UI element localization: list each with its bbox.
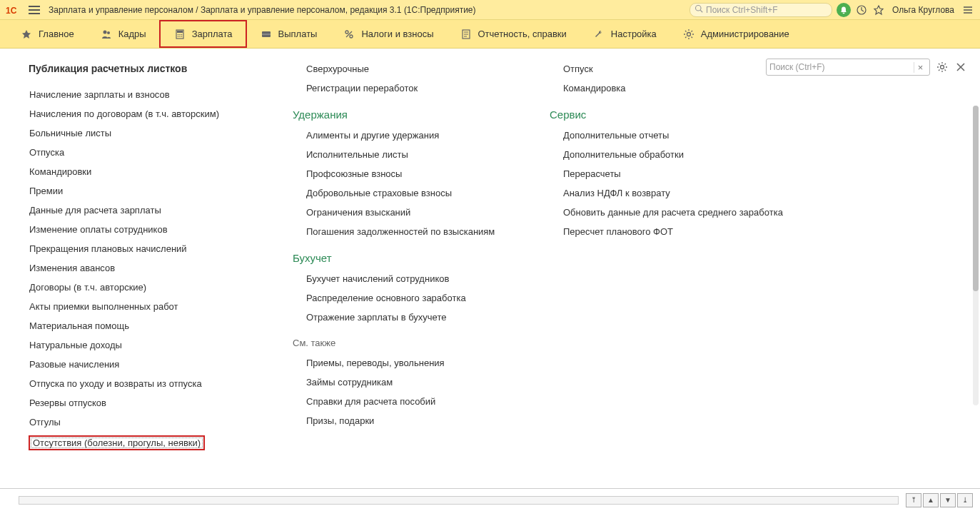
window-title: Зарплата и управление персоналом / Зарпл…	[49, 5, 476, 15]
svg-point-19	[345, 31, 348, 34]
list-item[interactable]: Дополнительные обработки	[562, 148, 785, 161]
list-item[interactable]: Отгулы	[29, 416, 250, 428]
list-item[interactable]: Прекращения плановых начислений	[29, 243, 250, 255]
nav-last-icon[interactable]: ⤓	[957, 493, 973, 507]
list-item[interactable]: Данные для расчета зарплаты	[29, 204, 250, 216]
list-item[interactable]: Материальная помощь	[29, 320, 250, 332]
list-item[interactable]: Изменение оплаты сотрудников	[29, 223, 250, 236]
list-item[interactable]: Больничные листы	[29, 127, 250, 139]
menu-label: Настройка	[611, 29, 657, 39]
vertical-scrollbar[interactable]	[973, 106, 979, 405]
gear-icon	[682, 28, 695, 41]
content-toolbox: ×	[766, 59, 967, 76]
notifications-icon[interactable]	[837, 3, 851, 17]
menu-label: Зарплата	[192, 29, 233, 39]
list-item[interactable]: Займы сотрудникам	[305, 376, 507, 388]
list-item[interactable]: Командировка	[562, 82, 785, 94]
global-search-input[interactable]	[706, 5, 827, 15]
list-item[interactable]: Ограничения взысканий	[305, 206, 507, 218]
settings-gear-icon[interactable]	[936, 61, 949, 74]
settings-lines-icon[interactable]	[961, 4, 974, 16]
list-item[interactable]: Отпуск	[562, 63, 785, 75]
svg-point-16	[181, 36, 182, 37]
list-item[interactable]: Анализ НДФЛ к возврату	[562, 187, 785, 199]
list-item[interactable]: Исполнительные листы	[305, 148, 507, 161]
menu-otchetnost[interactable]: Отчетность, справки	[447, 20, 580, 48]
hamburger-icon[interactable]	[27, 4, 41, 16]
list-item[interactable]: Пересчет планового ФОТ	[562, 226, 785, 238]
favorite-icon[interactable]	[872, 4, 885, 16]
wallet-icon	[260, 28, 273, 41]
list-item[interactable]: Начисление зарплаты и взносов	[29, 88, 250, 101]
svg-point-14	[177, 36, 178, 37]
list-item[interactable]: Натуральные доходы	[29, 339, 250, 351]
nav-up-icon[interactable]: ▲	[923, 493, 939, 507]
user-name[interactable]: Ольга Круглова	[892, 5, 954, 15]
menu-label: Выплаты	[278, 29, 318, 39]
close-icon[interactable]	[954, 61, 967, 74]
list-item[interactable]: Договоры (в т.ч. авторские)	[29, 281, 250, 293]
list-item[interactable]: Бухучет начислений сотрудников	[305, 273, 507, 285]
app-logo: 1C	[6, 4, 23, 16]
list-item[interactable]: Обновить данные для расчета среднего зар…	[562, 206, 785, 218]
list-item[interactable]: Профсоюзные взносы	[305, 168, 507, 180]
menu-main[interactable]: Главное	[7, 20, 87, 48]
menu-admin[interactable]: Администрирование	[670, 20, 802, 48]
list-item[interactable]: Погашения задолженностей по взысканиям	[305, 226, 507, 238]
list-item[interactable]: Отпуска по уходу и возвраты из отпуска	[29, 378, 250, 390]
svg-point-1	[696, 6, 702, 11]
list-item[interactable]: Дополнительные отчеты	[562, 129, 785, 141]
list-item[interactable]: Перерасчеты	[562, 168, 785, 180]
local-search[interactable]: ×	[766, 59, 930, 76]
list-item[interactable]: Призы, подарки	[305, 415, 507, 427]
list-item[interactable]: Добровольные страховые взносы	[305, 187, 507, 199]
menu-nastroika[interactable]: Настройка	[580, 20, 670, 48]
menu-label: Отчетность, справки	[478, 29, 567, 39]
list-item[interactable]: Разовые начисления	[29, 358, 250, 370]
percent-icon	[343, 28, 355, 41]
menu-nalogi[interactable]: Налоги и взносы	[330, 20, 446, 48]
group-header-buhuchet[interactable]: Бухучет	[293, 252, 507, 264]
list-item[interactable]: Начисления по договорам (в т.ч. авторски…	[29, 108, 250, 120]
list-item[interactable]: Изменения авансов	[29, 262, 250, 274]
bottom-bar: ⤒ ▲ ▼ ⤓	[0, 488, 980, 511]
list-item[interactable]: Резервы отпусков	[29, 397, 250, 409]
clear-search-icon[interactable]: ×	[914, 62, 926, 73]
menu-label: Налоги и взносы	[361, 29, 433, 39]
group-header-service[interactable]: Сервис	[550, 108, 785, 121]
svg-point-27	[941, 66, 944, 69]
group-header-uderzhaniya[interactable]: Удержания	[293, 108, 507, 121]
svg-point-7	[103, 30, 106, 34]
menu-zarplata[interactable]: Зарплата	[159, 20, 247, 48]
nav-down-icon[interactable]: ▼	[940, 493, 956, 507]
list-item[interactable]: Командировки	[29, 166, 250, 178]
report-icon	[460, 28, 473, 41]
list-item[interactable]: Регистрации переработок	[305, 82, 507, 94]
history-icon[interactable]	[855, 4, 868, 16]
list-item[interactable]: Справки для расчета пособий	[305, 395, 507, 408]
search-icon	[694, 4, 703, 15]
svg-point-11	[177, 34, 178, 35]
svg-point-13	[181, 34, 182, 35]
list-item[interactable]: Распределение основного заработка	[305, 292, 507, 304]
list-item[interactable]: Сверхурочные	[305, 63, 507, 75]
global-search[interactable]	[689, 3, 832, 17]
horizontal-scrollbar[interactable]	[19, 496, 899, 505]
nav-first-icon[interactable]: ⤒	[906, 493, 921, 507]
column-middle: СверхурочныеРегистрации переработок Удер…	[293, 63, 507, 488]
people-icon	[100, 28, 113, 41]
list-item[interactable]: Отсутствия (болезни, прогулы, неявки)	[29, 435, 205, 450]
local-search-input[interactable]	[769, 62, 914, 72]
content-area: × Публикация расчетных листков Начислени…	[0, 49, 980, 488]
menu-vyplaty[interactable]: Выплаты	[247, 20, 330, 48]
list-item[interactable]: Отражение зарплаты в бухучете	[305, 311, 507, 323]
svg-rect-18	[262, 34, 271, 35]
list-item[interactable]: Премии	[29, 185, 250, 197]
list-item[interactable]: Отпуска	[29, 146, 250, 158]
main-menu: Главное Кадры Зарплата Выплаты Налоги и …	[0, 20, 980, 49]
list-item[interactable]: Акты приемки выполненных работ	[29, 300, 250, 313]
scrollbar-thumb[interactable]	[973, 106, 979, 291]
menu-kadry[interactable]: Кадры	[87, 20, 159, 48]
list-item[interactable]: Алименты и другие удержания	[305, 129, 507, 141]
list-item[interactable]: Приемы, переводы, увольнения	[305, 357, 507, 369]
